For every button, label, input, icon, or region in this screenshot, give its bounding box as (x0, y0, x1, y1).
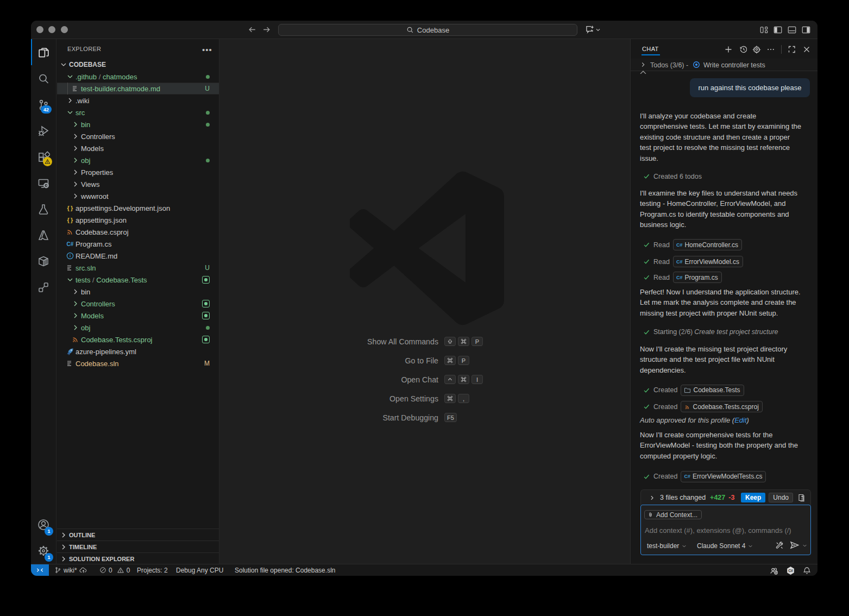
svg-text:C#: C# (788, 569, 793, 573)
